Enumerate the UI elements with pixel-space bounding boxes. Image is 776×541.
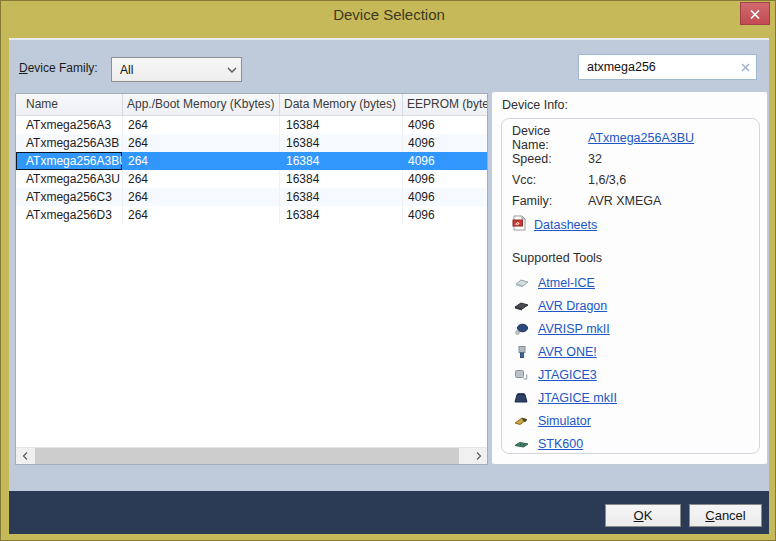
vcc-value: 1,6/3,6 bbox=[588, 173, 626, 187]
family-row: Family: AVR XMEGA bbox=[512, 190, 759, 211]
cell-app-boot: 264 bbox=[123, 116, 280, 134]
device-table: Name App./Boot Memory (Kbytes) Data Memo… bbox=[15, 93, 488, 465]
close-icon bbox=[750, 5, 760, 23]
stk600-icon bbox=[512, 437, 532, 451]
cell-name: ATxmega256A3BU bbox=[16, 152, 123, 170]
footer-bar: OK Cancel bbox=[9, 491, 769, 534]
close-button[interactable] bbox=[740, 2, 770, 25]
device-selection-dialog: Device Selection Device Family: All bbox=[0, 0, 776, 541]
datasheets-row: Datasheets bbox=[512, 213, 759, 236]
chevron-down-icon bbox=[223, 67, 241, 73]
cell-app-boot: 264 bbox=[123, 206, 280, 224]
cell-name: ATxmega256D3 bbox=[16, 206, 123, 224]
column-header-eeprom[interactable]: EEPROM (bytes) bbox=[403, 94, 487, 115]
tool-link-jtagice-mkii[interactable]: JTAGICE mkII bbox=[538, 391, 617, 405]
device-info-box: Device Name: ATxmega256A3BU Speed: 32 Vc… bbox=[501, 118, 760, 454]
speed-row: Speed: 32 bbox=[512, 148, 759, 169]
cell-data-memory: 16384 bbox=[280, 134, 403, 152]
table-row[interactable]: ATxmega256A3B 264 16384 4096 bbox=[16, 134, 487, 152]
cell-data-memory: 16384 bbox=[280, 152, 403, 170]
table-row[interactable]: ATxmega256A3U 264 16384 4096 bbox=[16, 170, 487, 188]
tool-link-avr-dragon[interactable]: AVR Dragon bbox=[538, 299, 607, 313]
table-row-selected[interactable]: ATxmega256A3BU 264 16384 4096 bbox=[16, 152, 487, 170]
tool-row: JTAGICE mkII bbox=[512, 386, 759, 409]
search-clear-button[interactable] bbox=[738, 61, 752, 74]
device-name-label: Device Name: bbox=[512, 124, 588, 152]
tool-row: AVR ONE! bbox=[512, 340, 759, 363]
column-header-name[interactable]: Name bbox=[16, 94, 123, 115]
tool-row: AVRISP mkII bbox=[512, 317, 759, 340]
device-family-label: Device Family: bbox=[19, 61, 98, 75]
cell-eeprom: 4096 bbox=[403, 134, 487, 152]
vcc-row: Vcc: 1,6/3,6 bbox=[512, 169, 759, 190]
cell-data-memory: 16384 bbox=[280, 188, 403, 206]
cell-app-boot: 264 bbox=[123, 134, 280, 152]
scroll-right-arrow-icon[interactable] bbox=[470, 448, 487, 464]
search-input[interactable] bbox=[579, 55, 731, 79]
dialog-body: Device Family: All Name App./Boot Memory… bbox=[9, 38, 769, 534]
tool-link-simulator[interactable]: Simulator bbox=[538, 414, 591, 428]
table-row[interactable]: ATxmega256D3 264 16384 4096 bbox=[16, 206, 487, 224]
cell-eeprom: 4096 bbox=[403, 170, 487, 188]
avr-one-icon bbox=[512, 345, 532, 359]
cell-eeprom: 4096 bbox=[403, 152, 487, 170]
horizontal-scrollbar[interactable] bbox=[16, 447, 487, 464]
vcc-label: Vcc: bbox=[512, 173, 588, 187]
cell-name: ATxmega256C3 bbox=[16, 188, 123, 206]
cell-name: ATxmega256A3U bbox=[16, 170, 123, 188]
device-name-link[interactable]: ATxmega256A3BU bbox=[588, 131, 694, 145]
cell-eeprom: 4096 bbox=[403, 188, 487, 206]
cell-data-memory: 16384 bbox=[280, 206, 403, 224]
tool-link-atmel-ice[interactable]: Atmel-ICE bbox=[538, 276, 595, 290]
tool-row: Simulator bbox=[512, 409, 759, 432]
device-info-title: Device Info: bbox=[502, 98, 568, 112]
avr-dragon-icon bbox=[512, 299, 532, 313]
cell-eeprom: 4096 bbox=[403, 116, 487, 134]
cell-data-memory: 16384 bbox=[280, 170, 403, 188]
window-title: Device Selection bbox=[1, 1, 776, 29]
cell-name: ATxmega256A3 bbox=[16, 116, 123, 134]
device-name-row: Device Name: ATxmega256A3BU bbox=[512, 127, 759, 148]
column-header-data-memory[interactable]: Data Memory (bytes) bbox=[280, 94, 403, 115]
avrisp-mkii-icon bbox=[512, 322, 532, 336]
clear-x-icon bbox=[740, 62, 751, 73]
scroll-left-arrow-icon[interactable] bbox=[16, 448, 33, 464]
cell-name: ATxmega256A3B bbox=[16, 134, 123, 152]
cell-data-memory: 16384 bbox=[280, 116, 403, 134]
pdf-icon bbox=[512, 215, 527, 235]
speed-label: Speed: bbox=[512, 152, 588, 166]
supported-tools-title: Supported Tools bbox=[512, 251, 759, 271]
cell-eeprom: 4096 bbox=[403, 206, 487, 224]
jtagice-mkii-icon bbox=[512, 391, 532, 405]
datasheets-link[interactable]: Datasheets bbox=[534, 218, 597, 232]
tool-link-stk600[interactable]: STK600 bbox=[538, 437, 583, 451]
atmel-ice-icon bbox=[512, 276, 532, 290]
device-info-panel: Device Info: Device Name: ATxmega256A3BU… bbox=[491, 91, 768, 465]
scrollbar-thumb[interactable] bbox=[35, 448, 459, 464]
tool-link-jtagice3[interactable]: JTAGICE3 bbox=[538, 368, 597, 382]
tool-link-avrisp-mkii[interactable]: AVRISP mkII bbox=[538, 322, 610, 336]
device-search-box bbox=[578, 54, 757, 80]
table-row[interactable]: ATxmega256A3 264 16384 4096 bbox=[16, 116, 487, 134]
cell-app-boot: 264 bbox=[123, 152, 280, 170]
tool-row: Atmel-ICE bbox=[512, 271, 759, 294]
simulator-icon bbox=[512, 414, 532, 428]
cell-app-boot: 264 bbox=[123, 188, 280, 206]
tool-link-avr-one[interactable]: AVR ONE! bbox=[538, 345, 597, 359]
device-family-value: All bbox=[112, 63, 223, 77]
table-header: Name App./Boot Memory (Kbytes) Data Memo… bbox=[16, 94, 487, 116]
cell-app-boot: 264 bbox=[123, 170, 280, 188]
tool-row: JTAGICE3 bbox=[512, 363, 759, 386]
device-family-select[interactable]: All bbox=[111, 57, 242, 82]
titlebar: Device Selection bbox=[1, 1, 776, 38]
table-row[interactable]: ATxmega256C3 264 16384 4096 bbox=[16, 188, 487, 206]
family-label: Family: bbox=[512, 194, 588, 208]
family-value: AVR XMEGA bbox=[588, 194, 661, 208]
speed-value: 32 bbox=[588, 152, 602, 166]
tool-row: STK600 bbox=[512, 432, 759, 454]
jtagice3-icon bbox=[512, 368, 532, 382]
column-header-app-boot-memory[interactable]: App./Boot Memory (Kbytes) bbox=[123, 94, 280, 115]
cancel-button[interactable]: Cancel bbox=[689, 504, 762, 527]
tool-row: AVR Dragon bbox=[512, 294, 759, 317]
ok-button[interactable]: OK bbox=[605, 504, 681, 527]
